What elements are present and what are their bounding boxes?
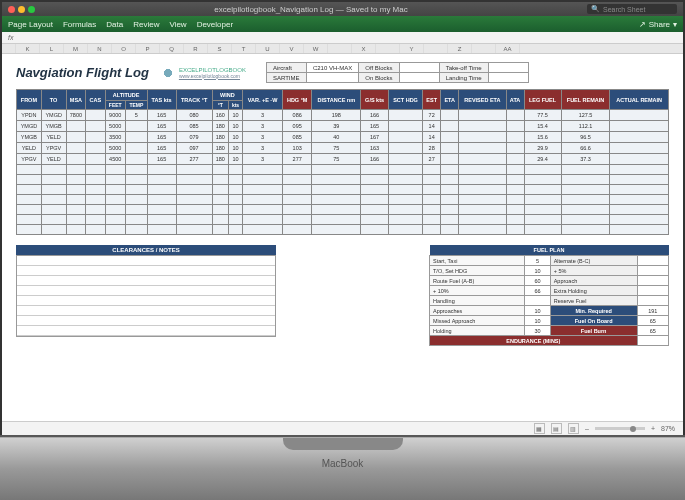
flight-cell[interactable] — [388, 143, 422, 154]
flight-cell[interactable]: 3 — [243, 132, 283, 143]
flight-cell[interactable] — [105, 175, 125, 185]
flight-cell[interactable] — [506, 185, 524, 195]
flight-cell[interactable] — [524, 215, 561, 225]
flight-cell[interactable] — [212, 175, 228, 185]
flight-cell[interactable] — [243, 175, 283, 185]
flight-cell[interactable] — [176, 175, 212, 185]
flight-cell[interactable] — [66, 205, 86, 215]
flight-cell[interactable] — [441, 185, 459, 195]
flight-cell[interactable] — [147, 215, 176, 225]
flight-cell[interactable] — [66, 185, 86, 195]
flight-cell[interactable] — [283, 165, 312, 175]
flight-cell[interactable] — [125, 225, 147, 235]
flight-cell[interactable] — [561, 195, 610, 205]
flight-cell[interactable]: 3 — [243, 110, 283, 121]
flight-cell[interactable] — [147, 225, 176, 235]
flight-cell[interactable] — [66, 165, 86, 175]
flight-cell[interactable] — [459, 225, 507, 235]
column-header[interactable] — [472, 44, 496, 53]
flight-cell[interactable] — [388, 175, 422, 185]
flight-cell[interactable] — [86, 165, 105, 175]
flight-cell[interactable] — [459, 205, 507, 215]
formula-bar[interactable]: fx — [2, 32, 683, 44]
flight-cell[interactable] — [86, 154, 105, 165]
notes-line[interactable] — [17, 286, 275, 296]
fuel-cell[interactable] — [637, 256, 668, 266]
flight-cell[interactable]: 3 — [243, 154, 283, 165]
view-break-icon[interactable]: ▥ — [568, 423, 579, 434]
flight-cell[interactable] — [610, 225, 669, 235]
tab-view[interactable]: View — [169, 20, 186, 29]
flight-cell[interactable] — [283, 175, 312, 185]
tab-page-layout[interactable]: Page Layout — [8, 20, 53, 29]
flight-cell[interactable]: 27 — [423, 154, 441, 165]
column-header[interactable] — [2, 44, 16, 53]
flight-cell[interactable] — [561, 215, 610, 225]
info-cell[interactable] — [399, 73, 439, 83]
flight-cell[interactable] — [388, 195, 422, 205]
fuel-cell[interactable]: 191 — [637, 306, 668, 316]
flight-cell[interactable]: 165 — [147, 121, 176, 132]
zoom-plus-button[interactable]: + — [651, 425, 655, 432]
flight-cell[interactable] — [441, 175, 459, 185]
fuel-cell[interactable]: Missed Approach — [430, 316, 525, 326]
flight-cell[interactable] — [459, 110, 507, 121]
column-header[interactable]: U — [256, 44, 280, 53]
info-cell[interactable]: Off Blocks — [359, 63, 399, 73]
flight-cell[interactable] — [125, 154, 147, 165]
col-header[interactable]: G/S kts — [361, 90, 389, 110]
flight-cell[interactable]: 40 — [312, 132, 361, 143]
worksheet[interactable]: Navgiation Flight Log EXCELPILOTLOGBOOK … — [2, 54, 683, 354]
flight-cell[interactable] — [86, 110, 105, 121]
fuel-cell[interactable]: 10 — [525, 306, 550, 316]
flight-cell[interactable] — [86, 225, 105, 235]
flight-cell[interactable] — [610, 175, 669, 185]
flight-cell[interactable]: 079 — [176, 132, 212, 143]
flight-cell[interactable] — [423, 215, 441, 225]
flight-cell[interactable] — [506, 110, 524, 121]
flight-cell[interactable] — [243, 205, 283, 215]
flight-cell[interactable] — [243, 225, 283, 235]
flight-cell[interactable] — [147, 185, 176, 195]
column-header[interactable]: Z — [448, 44, 472, 53]
flight-cell[interactable] — [243, 195, 283, 205]
flight-cell[interactable] — [283, 225, 312, 235]
flight-cell[interactable] — [506, 175, 524, 185]
fuel-cell[interactable]: Approaches — [430, 306, 525, 316]
notes-line[interactable] — [17, 276, 275, 286]
column-header[interactable]: R — [184, 44, 208, 53]
column-header[interactable]: W — [304, 44, 328, 53]
fuel-cell[interactable]: + 5% — [550, 266, 637, 276]
flight-cell[interactable]: 39 — [312, 121, 361, 132]
flight-cell[interactable]: YPGV — [17, 154, 42, 165]
flight-cell[interactable] — [17, 225, 42, 235]
flight-cell[interactable] — [561, 175, 610, 185]
flight-cell[interactable] — [610, 185, 669, 195]
col-header[interactable]: CAS — [86, 90, 105, 110]
flight-cell[interactable] — [66, 121, 86, 132]
info-cell[interactable]: C210 VH-MAX — [306, 63, 358, 73]
flight-cell[interactable] — [86, 121, 105, 132]
flight-cell[interactable]: 165 — [361, 121, 389, 132]
flight-cell[interactable]: 10 — [228, 132, 242, 143]
flight-cell[interactable]: 085 — [176, 121, 212, 132]
notes-line[interactable] — [17, 256, 275, 266]
flight-cell[interactable] — [283, 205, 312, 215]
flight-cell[interactable] — [243, 165, 283, 175]
flight-cell[interactable]: 165 — [147, 154, 176, 165]
flight-cell[interactable] — [361, 215, 389, 225]
flight-cell[interactable] — [41, 185, 66, 195]
flight-cell[interactable]: 10 — [228, 154, 242, 165]
col-subheader[interactable]: FEET — [105, 101, 125, 110]
flight-cell[interactable] — [86, 132, 105, 143]
flight-cell[interactable] — [228, 195, 242, 205]
col-header[interactable]: TAS kts — [147, 90, 176, 110]
flight-cell[interactable] — [66, 132, 86, 143]
flight-cell[interactable] — [561, 185, 610, 195]
column-header[interactable]: N — [88, 44, 112, 53]
fuel-cell[interactable]: 10 — [525, 266, 550, 276]
fuel-cell[interactable]: Start, Taxi — [430, 256, 525, 266]
info-cell[interactable]: Landing Time — [439, 73, 488, 83]
fuel-cell[interactable]: 5 — [525, 256, 550, 266]
flight-cell[interactable] — [66, 143, 86, 154]
